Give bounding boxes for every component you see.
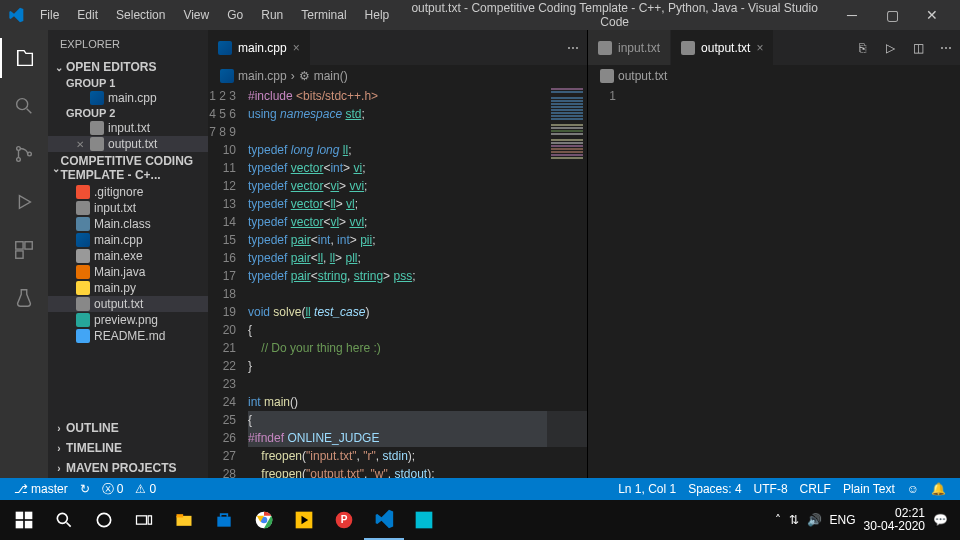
- run-debug-icon[interactable]: [0, 182, 48, 222]
- tab-main-cpp[interactable]: main.cpp×: [208, 30, 311, 65]
- more-actions-icon[interactable]: ⋯: [559, 30, 587, 65]
- code-content[interactable]: #include <bits/stdc++.h> using namespace…: [248, 87, 587, 478]
- menu-go[interactable]: Go: [219, 4, 251, 26]
- notifications-icon[interactable]: 🔔: [925, 482, 952, 496]
- network-icon[interactable]: ⇅: [789, 513, 799, 527]
- cpp-file-icon: [76, 233, 90, 247]
- file-item[interactable]: main.cpp: [48, 232, 208, 248]
- close-icon[interactable]: ×: [756, 41, 763, 55]
- menu-edit[interactable]: Edit: [69, 4, 106, 26]
- clock[interactable]: 02:2130-04-2020: [864, 507, 925, 533]
- svg-rect-13: [137, 516, 147, 524]
- cpp-file-icon: [218, 41, 232, 55]
- cortana-button[interactable]: [84, 500, 124, 540]
- action-center-icon[interactable]: 💬: [933, 513, 948, 527]
- file-item[interactable]: .gitignore: [48, 184, 208, 200]
- close-button[interactable]: ✕: [912, 0, 952, 30]
- vscode-button[interactable]: [364, 500, 404, 540]
- file-item[interactable]: main.exe: [48, 248, 208, 264]
- tray-up-icon[interactable]: ˄: [775, 513, 781, 527]
- timeline-section[interactable]: ›TIMELINE: [48, 438, 208, 458]
- breadcrumb[interactable]: output.txt: [588, 65, 960, 87]
- problems-errors[interactable]: ⓧ0: [96, 481, 130, 498]
- breadcrumb[interactable]: main.cpp›⚙main(): [208, 65, 587, 87]
- test-icon[interactable]: [0, 278, 48, 318]
- window-controls: ─ ▢ ✕: [832, 0, 952, 30]
- system-tray[interactable]: ˄ ⇅ 🔊 ENG 02:2130-04-2020 💬: [775, 507, 956, 533]
- git-branch[interactable]: ⎇master: [8, 482, 74, 496]
- menu-terminal[interactable]: Terminal: [293, 4, 354, 26]
- menu-run[interactable]: Run: [253, 4, 291, 26]
- class-file-icon: [76, 217, 90, 231]
- menu-selection[interactable]: Selection: [108, 4, 173, 26]
- file-item[interactable]: main.py: [48, 280, 208, 296]
- file-item[interactable]: preview.png: [48, 312, 208, 328]
- group-2-label: GROUP 2: [48, 106, 208, 120]
- video-button[interactable]: [284, 500, 324, 540]
- source-control-icon[interactable]: [0, 134, 48, 174]
- close-icon[interactable]: ✕: [76, 139, 86, 150]
- menu-file[interactable]: File: [32, 4, 67, 26]
- chrome-button[interactable]: [244, 500, 284, 540]
- code-editor[interactable]: 1: [588, 87, 960, 478]
- svg-rect-7: [16, 512, 24, 520]
- file-item[interactable]: Main.class: [48, 216, 208, 232]
- editor-group-1: main.cpp× ⋯ main.cpp›⚙main() 1 2 3 4 5 6…: [208, 30, 588, 478]
- open-editor-item[interactable]: input.txt: [48, 120, 208, 136]
- svg-rect-5: [25, 242, 32, 249]
- code-content[interactable]: [628, 87, 960, 478]
- wps-button[interactable]: P: [324, 500, 364, 540]
- split-icon[interactable]: ◫: [904, 30, 932, 65]
- maximize-button[interactable]: ▢: [872, 0, 912, 30]
- taskview-button[interactable]: [124, 500, 164, 540]
- language-mode[interactable]: Plain Text: [837, 482, 901, 496]
- file-item[interactable]: output.txt: [48, 296, 208, 312]
- open-editors-header[interactable]: ⌄OPEN EDITORS: [48, 58, 208, 76]
- encoding[interactable]: UTF-8: [748, 482, 794, 496]
- eol[interactable]: CRLF: [794, 482, 837, 496]
- file-item[interactable]: Main.java: [48, 264, 208, 280]
- start-button[interactable]: [4, 500, 44, 540]
- file-item[interactable]: input.txt: [48, 200, 208, 216]
- feedback-icon[interactable]: ☺: [901, 482, 925, 496]
- outline-section[interactable]: ›OUTLINE: [48, 418, 208, 438]
- menu-view[interactable]: View: [175, 4, 217, 26]
- file-item[interactable]: README.md: [48, 328, 208, 344]
- tabs-row: main.cpp× ⋯: [208, 30, 587, 65]
- indentation[interactable]: Spaces: 4: [682, 482, 747, 496]
- chevron-right-icon: ›: [52, 443, 66, 454]
- txt-file-icon: [90, 121, 104, 135]
- more-actions-icon[interactable]: ⋯: [932, 30, 960, 65]
- maven-section[interactable]: ›MAVEN PROJECTS: [48, 458, 208, 478]
- cursor-position[interactable]: Ln 1, Col 1: [612, 482, 682, 496]
- vscode-logo-icon: [8, 7, 24, 23]
- app-button[interactable]: [404, 500, 444, 540]
- chevron-right-icon: ›: [52, 463, 66, 474]
- extensions-icon[interactable]: [0, 230, 48, 270]
- folder-header[interactable]: ⌄COMPETITIVE CODING TEMPLATE - C+...: [48, 152, 208, 184]
- open-editor-item[interactable]: ✕output.txt: [48, 136, 208, 152]
- minimap[interactable]: [547, 87, 587, 478]
- volume-icon[interactable]: 🔊: [807, 513, 822, 527]
- line-gutter: 1 2 3 4 5 6 7 8 9 10 11 12 13 14 15 16 1…: [208, 87, 248, 478]
- run-icon[interactable]: ▷: [876, 30, 904, 65]
- sync-button[interactable]: ↻: [74, 482, 96, 496]
- search-icon[interactable]: [0, 86, 48, 126]
- tab-input-txt[interactable]: input.txt: [588, 30, 671, 65]
- language-indicator[interactable]: ENG: [830, 513, 856, 527]
- problems-warnings[interactable]: ⚠0: [129, 482, 162, 496]
- svg-rect-16: [177, 514, 184, 517]
- open-editor-item[interactable]: main.cpp: [48, 90, 208, 106]
- tab-output-txt[interactable]: output.txt×: [671, 30, 774, 65]
- minimize-button[interactable]: ─: [832, 0, 872, 30]
- svg-rect-10: [25, 521, 33, 529]
- file-explorer-button[interactable]: [164, 500, 204, 540]
- code-editor[interactable]: 1 2 3 4 5 6 7 8 9 10 11 12 13 14 15 16 1…: [208, 87, 587, 478]
- close-icon[interactable]: ×: [293, 41, 300, 55]
- menu-help[interactable]: Help: [357, 4, 398, 26]
- explorer-icon[interactable]: [0, 38, 48, 78]
- svg-point-0: [17, 99, 28, 110]
- search-button[interactable]: [44, 500, 84, 540]
- compare-icon[interactable]: ⎘: [848, 30, 876, 65]
- store-button[interactable]: [204, 500, 244, 540]
